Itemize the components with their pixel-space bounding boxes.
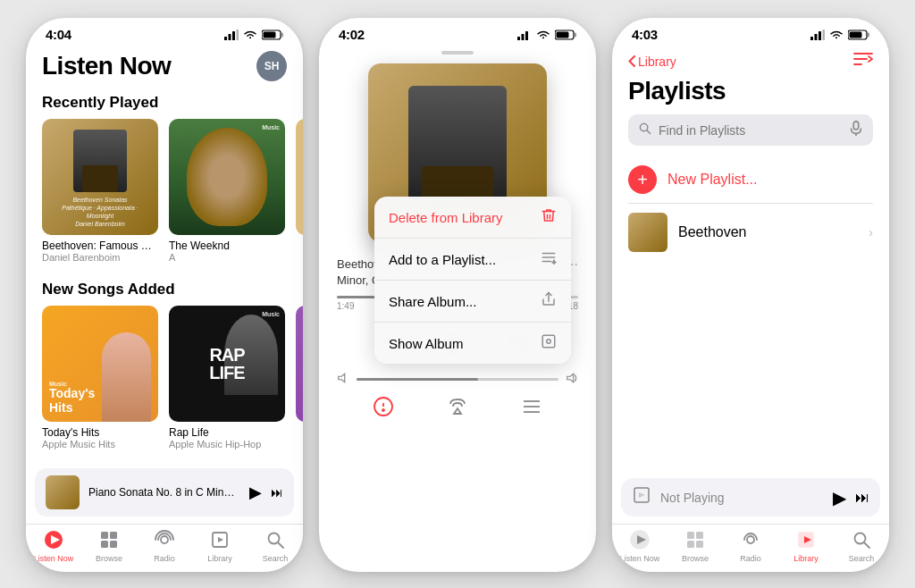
mini-thumb	[46, 475, 80, 509]
tab-bar-1: Listen Now Browse Radi	[26, 524, 303, 572]
battery-icon-2	[555, 29, 576, 40]
playlists-header: Library	[612, 46, 889, 75]
bottom-icons-2	[319, 391, 596, 427]
svg-rect-3	[237, 29, 239, 40]
album-cover-today: Music Today'sHits	[42, 306, 158, 422]
beethoven-figure	[73, 130, 127, 192]
mini-info: Piano Sonata No. 8 in C Minor...	[88, 486, 240, 499]
battery-icon-3	[848, 29, 869, 40]
tab-icon-library	[210, 530, 230, 552]
search-bar[interactable]	[628, 114, 873, 146]
tab3-search[interactable]: Search	[834, 530, 889, 563]
context-show-album[interactable]: Show Album	[374, 323, 571, 364]
svg-point-64	[747, 536, 754, 543]
sort-icon	[853, 51, 873, 67]
queue-button[interactable]	[521, 396, 542, 422]
svg-text:+: +	[552, 258, 557, 266]
album-card-today[interactable]: Music Today'sHits Today's Hits Apple Mus…	[42, 306, 158, 449]
apple-badge-rap: Music	[262, 311, 280, 317]
lyrics-button[interactable]	[373, 396, 394, 422]
status-icons-3	[810, 29, 869, 40]
status-bar-2: 4:02	[319, 18, 596, 46]
new-songs-title: New Songs Added	[26, 275, 303, 306]
mini-next-button[interactable]: ⏭	[271, 486, 283, 499]
np-next-button[interactable]: ⏭	[855, 490, 869, 506]
svg-rect-62	[687, 541, 694, 548]
tab3-listen-now[interactable]: Listen Now	[612, 530, 667, 563]
tab-listen-now[interactable]: Listen Now	[26, 530, 81, 563]
new-songs-row: Music Today'sHits Today's Hits Apple Mus…	[26, 306, 303, 449]
new-songs-partial	[296, 306, 303, 449]
album-name-rap: Rap Life	[169, 426, 285, 439]
playlist-row-beethoven[interactable]: Beethoven ›	[612, 204, 889, 261]
back-button[interactable]: Library	[628, 55, 676, 69]
album-artist-beethoven: Daniel Barenboim	[42, 252, 158, 263]
svg-rect-17	[522, 34, 525, 40]
tab3-browse[interactable]: Browse	[667, 530, 723, 563]
recently-played-row: Beethoven SonatasPathétique · Appassiona…	[26, 119, 303, 263]
np-controls: ▶ ⏭	[833, 487, 869, 508]
svg-rect-45	[815, 34, 818, 40]
svg-rect-5	[281, 32, 283, 37]
airplay-button[interactable]	[447, 396, 468, 422]
avatar[interactable]: SH	[256, 51, 287, 81]
plus-icon: +	[628, 165, 657, 194]
todays-hits-text: Today'sHits	[49, 387, 95, 415]
tab-radio[interactable]: Radio	[137, 530, 192, 563]
tab3-icon-library	[796, 530, 816, 552]
tab-label-browse: Browse	[96, 554, 122, 563]
svg-rect-12	[110, 541, 117, 548]
album-card-rap[interactable]: Music RAPLIFE Rap Life Apple Music Hip-H…	[169, 306, 285, 449]
tab-bar-3: Listen Now Browse Radio	[612, 524, 889, 572]
mini-controls: ▶ ⏭	[249, 484, 283, 500]
mic-icon	[850, 121, 862, 139]
album-artist-today: Apple Music Hits	[42, 439, 158, 449]
context-menu: Delete from Library Add to a Playlist...	[374, 197, 571, 364]
context-delete[interactable]: Delete from Library	[374, 197, 571, 239]
tab3-library[interactable]: Library	[778, 530, 834, 563]
mini-play-button[interactable]: ▶	[249, 484, 262, 500]
tab3-radio[interactable]: Radio	[723, 530, 778, 563]
np-play-button[interactable]: ▶	[833, 487, 846, 508]
svg-rect-16	[517, 37, 520, 40]
mini-player[interactable]: Piano Sonata No. 8 in C Minor... ▶ ⏭	[35, 468, 294, 517]
context-share[interactable]: Share Album...	[374, 281, 571, 323]
svg-rect-2	[232, 31, 235, 40]
tab-label-radio: Radio	[154, 554, 175, 563]
tab-browse[interactable]: Browse	[81, 530, 137, 563]
phone1-content: Listen Now SH Recently Played Beethoven …	[26, 46, 303, 524]
context-show-label: Show Album	[389, 336, 463, 351]
svg-point-13	[161, 536, 168, 543]
status-time-2: 4:02	[339, 27, 365, 42]
album-card-beethoven[interactable]: Beethoven SonatasPathétique · Appassiona…	[42, 119, 158, 263]
phone-now-playing: 4:02	[319, 18, 596, 572]
status-icons-1	[224, 29, 283, 40]
volume-track	[357, 378, 558, 381]
album-card-weeknd[interactable]: Music The Weeknd A	[169, 119, 285, 263]
wifi-icon-2	[536, 29, 550, 40]
tab3-label-radio: Radio	[740, 554, 761, 563]
svg-rect-0	[224, 37, 227, 40]
svg-rect-18	[525, 31, 528, 40]
svg-rect-9	[101, 532, 108, 539]
volume-low-icon	[337, 372, 349, 387]
svg-marker-40	[454, 408, 461, 414]
status-bar-1: 4:04	[26, 18, 303, 46]
tab-icon-listen	[44, 530, 63, 552]
not-playing-bar[interactable]: Not Playing ▶ ⏭	[621, 478, 880, 517]
svg-point-29	[547, 340, 551, 344]
new-playlist-row[interactable]: + New Playlist...	[612, 156, 889, 203]
volume-bar[interactable]	[319, 368, 596, 391]
list-icon: +	[541, 249, 557, 269]
search-input[interactable]	[659, 123, 843, 138]
context-add-playlist[interactable]: Add to a Playlist... +	[374, 239, 571, 281]
album-artist-weeknd: A	[169, 252, 285, 263]
status-time-1: 4:04	[46, 27, 71, 42]
sort-button[interactable]	[853, 51, 873, 71]
phone2-content: Beethoven SonatasPathétique · Appassiona…	[319, 46, 596, 572]
playlist-thumb-beethoven	[628, 213, 667, 252]
tab-search[interactable]: Search	[248, 530, 303, 563]
apple-badge-today: Music	[49, 381, 95, 387]
tab-library[interactable]: Library	[192, 530, 248, 563]
svg-rect-47	[823, 29, 826, 40]
